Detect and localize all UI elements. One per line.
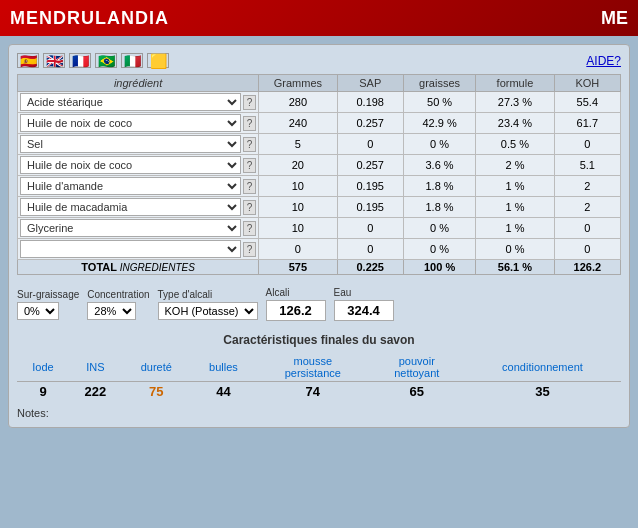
eau-value: 324.4 (334, 300, 394, 321)
concentration-select[interactable]: 28% 30% 33% (87, 302, 136, 320)
ingredient-select[interactable]: Sel (20, 135, 241, 153)
char-durete: 75 (122, 382, 191, 402)
ingredient-select[interactable]: Glycerine (20, 219, 241, 237)
graisses-cell: 50 % (403, 92, 475, 113)
flags-group: 🇪🇸 🇬🇧 🇫🇷 🇧🇷 🇮🇹 🟨 (17, 53, 169, 68)
main-content: 🇪🇸 🇬🇧 🇫🇷 🇧🇷 🇮🇹 🟨 AIDE? ingrédient Gramme… (8, 44, 630, 428)
help-button[interactable]: ? (243, 221, 257, 236)
flags-row: 🇪🇸 🇬🇧 🇫🇷 🇧🇷 🇮🇹 🟨 AIDE? (17, 53, 621, 68)
koh-cell: 55.4 (554, 92, 620, 113)
graisses-cell: 3.6 % (403, 155, 475, 176)
notes-row: Notes: (17, 407, 621, 419)
alcali-label: Alcali (266, 287, 290, 298)
help-button[interactable]: ? (243, 95, 257, 110)
table-row: Glycerine?1000 %1 %0 (18, 218, 621, 239)
header-sap: SAP (337, 75, 403, 92)
grammes-cell: 0 (259, 239, 337, 260)
header-grammes: Grammes (259, 75, 337, 92)
chars-table: Iode INS dureté bulles moussepersistance… (17, 353, 621, 401)
char-mousse: 74 (256, 382, 370, 402)
sap-cell: 0.257 (337, 155, 403, 176)
header-formule: formule (476, 75, 554, 92)
type-alcali-select[interactable]: KOH (Potasse) NaOH (Soude) (158, 302, 258, 320)
flag-it[interactable]: 🇮🇹 (121, 53, 143, 68)
header-ingredient: ingrédient (18, 75, 259, 92)
graisses-cell: 0 % (403, 239, 475, 260)
char-header-ins: INS (69, 353, 122, 382)
header-koh: KOH (554, 75, 620, 92)
char-nettoyant: 65 (370, 382, 464, 402)
header-graisses: graisses (403, 75, 475, 92)
formule-cell: 2 % (476, 155, 554, 176)
table-row: Sel?500 %0.5 %0 (18, 134, 621, 155)
ingredients-table: ingrédient Grammes SAP graisses formule … (17, 74, 621, 275)
aide-link[interactable]: AIDE? (586, 54, 621, 68)
flag-br[interactable]: 🇧🇷 (95, 53, 117, 68)
char-header-mousse: moussepersistance (256, 353, 370, 382)
grammes-cell: 5 (259, 134, 337, 155)
ingredient-select[interactable]: Huile de macadamia (20, 198, 241, 216)
sur-graissage-label: Sur-graissage (17, 289, 79, 300)
graisses-cell: 1.8 % (403, 176, 475, 197)
koh-cell: 0 (554, 134, 620, 155)
grammes-cell: 280 (259, 92, 337, 113)
table-row: ?000 %0 %0 (18, 239, 621, 260)
char-header-bulles: bulles (191, 353, 256, 382)
sap-cell: 0.195 (337, 197, 403, 218)
help-button[interactable]: ? (243, 158, 257, 173)
flag-gb[interactable]: 🇬🇧 (43, 53, 65, 68)
flag-es[interactable]: 🇪🇸 (17, 53, 39, 68)
char-conditionnement: 35 (464, 382, 621, 402)
formule-cell: 1 % (476, 197, 554, 218)
ingredient-select[interactable]: Acide stéarique (20, 93, 241, 111)
flag-fr[interactable]: 🇫🇷 (69, 53, 91, 68)
sap-cell: 0 (337, 218, 403, 239)
char-bulles: 44 (191, 382, 256, 402)
grammes-cell: 10 (259, 176, 337, 197)
section-title: Caractéristiques finales du savon (17, 333, 621, 347)
params-row: Sur-graissage 0% 1% 2% 5% Concentration … (17, 283, 621, 325)
help-button[interactable]: ? (243, 242, 257, 257)
param-type-alcali: Type d'alcali KOH (Potasse) NaOH (Soude) (158, 289, 258, 320)
total-label: TOTAL INGREDIENTES (18, 260, 259, 275)
param-sur-graissage: Sur-graissage 0% 1% 2% 5% (17, 289, 79, 320)
total-sap: 0.225 (337, 260, 403, 275)
table-row: Huile de macadamia?100.1951.8 %1 %2 (18, 197, 621, 218)
char-ins: 222 (69, 382, 122, 402)
param-eau: Eau 324.4 (334, 287, 394, 321)
eau-label: Eau (334, 287, 352, 298)
notes-label: Notes: (17, 407, 49, 419)
char-header-conditionnement: conditionnement (464, 353, 621, 382)
table-row: Huile de noix de coco?200.2573.6 %2 %5.1 (18, 155, 621, 176)
flag-cat[interactable]: 🟨 (147, 53, 169, 68)
formule-cell: 1 % (476, 218, 554, 239)
grammes-cell: 20 (259, 155, 337, 176)
ingredient-select[interactable]: Huile de noix de coco (20, 156, 241, 174)
ingredient-select[interactable] (20, 240, 241, 258)
help-button[interactable]: ? (243, 116, 257, 131)
ingredient-select[interactable]: Huile d'amande (20, 177, 241, 195)
total-text: TOTAL INGREDIENTES (81, 261, 195, 273)
sap-cell: 0.198 (337, 92, 403, 113)
help-button[interactable]: ? (243, 137, 257, 152)
formule-cell: 1 % (476, 176, 554, 197)
sap-cell: 0.257 (337, 113, 403, 134)
chars-values-row: 9 222 75 44 74 65 35 (17, 382, 621, 402)
sur-graissage-select[interactable]: 0% 1% 2% 5% (17, 302, 59, 320)
koh-cell: 2 (554, 197, 620, 218)
sap-cell: 0.195 (337, 176, 403, 197)
grammes-cell: 240 (259, 113, 337, 134)
alcali-value: 126.2 (266, 300, 326, 321)
help-button[interactable]: ? (243, 200, 257, 215)
sap-cell: 0 (337, 134, 403, 155)
graisses-cell: 42.9 % (403, 113, 475, 134)
grammes-cell: 10 (259, 197, 337, 218)
table-row: Huile de noix de coco?2400.25742.9 %23.4… (18, 113, 621, 134)
graisses-cell: 0 % (403, 218, 475, 239)
ingredient-select[interactable]: Huile de noix de coco (20, 114, 241, 132)
total-grammes: 575 (259, 260, 337, 275)
koh-cell: 2 (554, 176, 620, 197)
help-button[interactable]: ? (243, 179, 257, 194)
total-koh: 126.2 (554, 260, 620, 275)
param-concentration: Concentration 28% 30% 33% (87, 289, 149, 320)
